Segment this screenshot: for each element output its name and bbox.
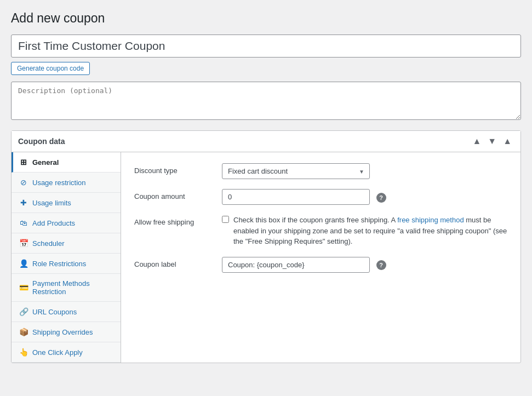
panel-up-btn[interactable]: ▲	[470, 135, 483, 147]
discount-type-row: Discount type Percentage discount Fixed …	[134, 163, 507, 179]
shipping-check-group: Check this box if the coupon grants free…	[222, 215, 507, 247]
role-restrictions-icon: 👤	[19, 259, 28, 268]
sidebar-item-url-coupons[interactable]: 🔗 URL Coupons	[12, 302, 121, 322]
discount-type-label: Discount type	[134, 163, 222, 175]
coupon-name-input[interactable]	[11, 35, 521, 58]
usage-limits-icon: ✚	[19, 198, 28, 207]
allow-free-shipping-row: Allow free shipping Check this box if th…	[134, 215, 507, 247]
one-click-apply-icon: 👆	[19, 348, 28, 357]
sidebar-item-scheduler[interactable]: 📅 Scheduler	[12, 233, 121, 254]
sidebar-label-scheduler: Scheduler	[32, 239, 65, 248]
free-shipping-method-link[interactable]: free shipping method	[397, 216, 464, 224]
scheduler-icon: 📅	[19, 239, 28, 248]
sidebar: ⊞ General ⊘ Usage restriction ✚ Usage li…	[12, 152, 121, 363]
sidebar-item-shipping-overrides[interactable]: 📦 Shipping Overrides	[12, 322, 121, 342]
shipping-overrides-icon: 📦	[19, 328, 28, 336]
sidebar-item-one-click-apply[interactable]: 👆 One Click Apply	[12, 342, 121, 363]
discount-type-wrapper: Percentage discount Fixed cart discount …	[222, 163, 370, 179]
free-shipping-checkbox[interactable]	[222, 216, 229, 223]
allow-free-shipping-field: Check this box if the coupon grants free…	[222, 215, 507, 247]
sidebar-item-usage-restriction[interactable]: ⊘ Usage restriction	[12, 173, 121, 193]
coupon-data-panel: Coupon data ▲ ▼ ▲ ⊞ General ⊘ Usage rest…	[11, 130, 521, 363]
panel-header: Coupon data ▲ ▼ ▲	[12, 131, 520, 152]
sidebar-label-one-click-apply: One Click Apply	[32, 348, 83, 357]
coupon-amount-label: Coupon amount	[134, 189, 222, 200]
sidebar-label-role-restrictions: Role Restrictions	[32, 260, 86, 268]
panel-body: ⊞ General ⊘ Usage restriction ✚ Usage li…	[12, 152, 520, 363]
coupon-amount-input[interactable]	[222, 189, 370, 205]
coupon-label-label: Coupon label	[134, 257, 222, 268]
url-coupons-icon: 🔗	[19, 307, 28, 316]
coupon-amount-field: ?	[222, 189, 507, 205]
page-title: Add new coupon	[11, 11, 521, 26]
allow-free-shipping-label: Allow free shipping	[134, 215, 222, 226]
payment-methods-icon: 💳	[19, 283, 28, 292]
add-products-icon: 🛍	[19, 219, 28, 227]
sidebar-label-add-products: Add Products	[32, 219, 75, 227]
sidebar-label-usage-restriction: Usage restriction	[32, 179, 86, 187]
sidebar-label-payment-methods: Payment Methods Restriction	[32, 279, 113, 296]
coupon-amount-row: Coupon amount ?	[134, 189, 507, 205]
general-form: Discount type Percentage discount Fixed …	[121, 152, 520, 363]
description-textarea[interactable]	[11, 82, 521, 120]
coupon-label-row: Coupon label ?	[134, 257, 507, 273]
general-icon: ⊞	[19, 158, 28, 167]
panel-down-btn[interactable]: ▼	[485, 135, 499, 147]
sidebar-item-role-restrictions[interactable]: 👤 Role Restrictions	[12, 254, 121, 274]
discount-type-select[interactable]: Percentage discount Fixed cart discount …	[222, 163, 370, 179]
discount-type-field: Percentage discount Fixed cart discount …	[222, 163, 507, 179]
panel-controls: ▲ ▼ ▲	[470, 135, 514, 147]
sidebar-label-general: General	[32, 158, 59, 167]
panel-title: Coupon data	[18, 137, 65, 146]
coupon-label-input[interactable]	[222, 257, 370, 273]
coupon-label-field: ?	[222, 257, 507, 273]
sidebar-item-usage-limits[interactable]: ✚ Usage limits	[12, 193, 121, 213]
usage-restriction-icon: ⊘	[19, 178, 28, 187]
free-shipping-text: Check this box if the coupon grants free…	[233, 215, 507, 247]
generate-coupon-btn[interactable]: Generate coupon code	[11, 62, 90, 75]
sidebar-label-usage-limits: Usage limits	[32, 199, 71, 207]
sidebar-label-shipping-overrides: Shipping Overrides	[32, 328, 93, 336]
sidebar-item-add-products[interactable]: 🛍 Add Products	[12, 213, 121, 233]
coupon-amount-help-icon[interactable]: ?	[376, 193, 386, 203]
coupon-label-help-icon[interactable]: ?	[376, 260, 386, 270]
sidebar-item-general[interactable]: ⊞ General	[12, 152, 121, 173]
sidebar-label-url-coupons: URL Coupons	[32, 308, 77, 316]
panel-collapse-btn[interactable]: ▲	[501, 135, 514, 147]
sidebar-item-payment-methods[interactable]: 💳 Payment Methods Restriction	[12, 274, 121, 302]
